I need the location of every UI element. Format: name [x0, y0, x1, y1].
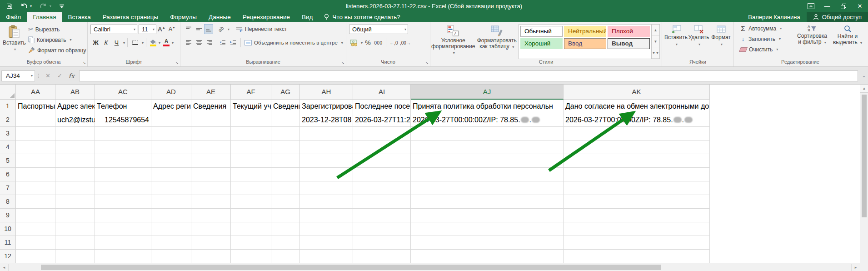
style-item[interactable]: Плохой	[608, 26, 650, 37]
cell-AE-8[interactable]	[191, 195, 231, 209]
cell-AA-9[interactable]	[16, 209, 55, 222]
cell-AF-8[interactable]	[231, 195, 271, 209]
cell-AH-1[interactable]: Зарегистрирован	[300, 100, 353, 113]
autosum-button[interactable]: ΣАвтосумма▾	[738, 23, 794, 34]
row-header-7[interactable]: 7	[0, 181, 16, 195]
cell-AE-2[interactable]	[191, 113, 231, 127]
cell-AF-5[interactable]	[231, 154, 271, 168]
cell-AH-6[interactable]	[300, 168, 353, 181]
scroll-up-icon[interactable]: ▲	[860, 85, 868, 93]
orientation-caret-icon[interactable]: ▾	[228, 27, 229, 31]
cell-AK-8[interactable]	[564, 195, 710, 209]
font-dialog-launcher[interactable]: ↘	[175, 61, 179, 65]
column-header-AB[interactable]: AB	[55, 85, 95, 100]
cell-AI-12[interactable]	[353, 250, 411, 263]
cell-AI-4[interactable]	[353, 141, 411, 154]
cell-AE-10[interactable]	[191, 222, 231, 236]
row-header-10[interactable]: 10	[0, 222, 16, 236]
cell-AE-1[interactable]: Сведения	[191, 100, 231, 113]
cell-AD-6[interactable]	[151, 168, 191, 181]
cell-AJ-11[interactable]	[411, 236, 564, 250]
align-left-button[interactable]	[183, 38, 194, 48]
cell-AF-11[interactable]	[231, 236, 271, 250]
align-right-button[interactable]	[204, 38, 215, 48]
horizontal-scrollbar[interactable]: ◂ ▸	[0, 263, 868, 271]
cell-AB-7[interactable]	[55, 181, 95, 195]
cell-AI-8[interactable]	[353, 195, 411, 209]
cell-AA-10[interactable]	[16, 222, 55, 236]
accounting-format-button[interactable]	[349, 38, 359, 48]
cell-AI-3[interactable]	[353, 127, 411, 141]
cell-AF-7[interactable]	[231, 181, 271, 195]
cell-AG-2[interactable]	[271, 113, 300, 127]
tab-Рецензирование[interactable]: Рецензирование	[237, 12, 296, 22]
gallery-more-icon[interactable]: ▼▼	[652, 47, 659, 59]
share-button[interactable]: Общий доступ	[807, 12, 868, 22]
cell-AD-2[interactable]	[151, 113, 191, 127]
cell-AK-7[interactable]	[564, 181, 710, 195]
clear-button[interactable]: Очистить▾	[738, 44, 794, 55]
decrease-decimal-button[interactable]: ,00→	[399, 38, 412, 48]
clipboard-dialog-launcher[interactable]: ↘	[82, 61, 86, 65]
cell-AJ-2[interactable]: 2026-03-27T00:00:00Z/IP: 78.85..	[411, 113, 564, 127]
tab-Файл[interactable]: Файл	[0, 12, 27, 22]
cell-AD-8[interactable]	[151, 195, 191, 209]
cell-AJ-7[interactable]	[411, 181, 564, 195]
cell-AJ-10[interactable]	[411, 222, 564, 236]
cell-AH-11[interactable]	[300, 236, 353, 250]
vertical-scroll-thumb[interactable]	[862, 95, 867, 217]
row-header-11[interactable]: 11	[0, 236, 16, 250]
cell-AK-11[interactable]	[564, 236, 710, 250]
cell-AA-5[interactable]	[16, 154, 55, 168]
cell-AH-9[interactable]	[300, 209, 353, 222]
font-size-select[interactable]: 11▾	[139, 25, 156, 34]
tell-me-box[interactable]: Что вы хотите сделать?	[324, 12, 400, 22]
format-painter-button[interactable]: Формат по образцу	[27, 45, 88, 55]
gallery-scroll-down-icon[interactable]: ▼	[652, 36, 659, 47]
find-select-button[interactable]: Найти ивыделить ▾	[830, 23, 865, 59]
column-header-AG[interactable]: AG	[271, 85, 300, 100]
cell-AK-3[interactable]	[564, 127, 710, 141]
cell-AK-10[interactable]	[564, 222, 710, 236]
horizontal-scroll-thumb[interactable]	[41, 265, 661, 270]
cell-AK-4[interactable]	[564, 141, 710, 154]
cell-AI-9[interactable]	[353, 209, 411, 222]
number-dialog-launcher[interactable]: ↘	[425, 61, 429, 65]
cell-AH-10[interactable]	[300, 222, 353, 236]
cell-AF-6[interactable]	[231, 168, 271, 181]
italic-button[interactable]: К	[101, 38, 111, 48]
ribbon-display-options-button[interactable]	[803, 0, 819, 12]
format-as-table-button[interactable]: Форматироватькак таблицу ▾	[475, 23, 519, 59]
cell-AD-7[interactable]	[151, 181, 191, 195]
cell-AB-11[interactable]	[55, 236, 95, 250]
format-cells-button[interactable]: Формат ▾	[710, 23, 732, 59]
column-header-AI[interactable]: AI	[353, 85, 411, 100]
cell-AK-9[interactable]	[564, 209, 710, 222]
shrink-font-button[interactable]: А▼	[167, 24, 177, 34]
cell-AB-9[interactable]	[55, 209, 95, 222]
cell-AI-2[interactable]: 2026-03-27T11:2	[353, 113, 411, 127]
cell-AC-10[interactable]	[95, 222, 151, 236]
cell-AH-2[interactable]: 2023-12-28T08	[300, 113, 353, 127]
orientation-button[interactable]: ab	[216, 24, 226, 34]
cell-AD-10[interactable]	[151, 222, 191, 236]
align-bottom-button[interactable]	[204, 24, 213, 34]
borders-caret-icon[interactable]: ▾	[142, 41, 144, 45]
cell-AG-5[interactable]	[271, 154, 300, 168]
cell-AA-3[interactable]	[16, 127, 55, 141]
cell-AJ-5[interactable]	[411, 154, 564, 168]
cell-AG-9[interactable]	[271, 209, 300, 222]
cell-AC-4[interactable]	[95, 141, 151, 154]
comma-style-button[interactable]: 000	[373, 38, 384, 48]
gallery-scroll-up-icon[interactable]: ▲	[652, 25, 659, 36]
cell-AC-8[interactable]	[95, 195, 151, 209]
cell-AI-1[interactable]: Последнее посещ	[353, 100, 411, 113]
cell-AA-12[interactable]	[16, 250, 55, 263]
row-header-9[interactable]: 9	[0, 209, 16, 222]
cell-AJ-4[interactable]	[411, 141, 564, 154]
tab-Главная[interactable]: Главная	[27, 12, 62, 22]
cell-AH-12[interactable]	[300, 250, 353, 263]
column-header-AC[interactable]: AC	[95, 85, 151, 100]
cell-AA-2[interactable]	[16, 113, 55, 127]
tab-Разметка страницы[interactable]: Разметка страницы	[97, 12, 164, 22]
